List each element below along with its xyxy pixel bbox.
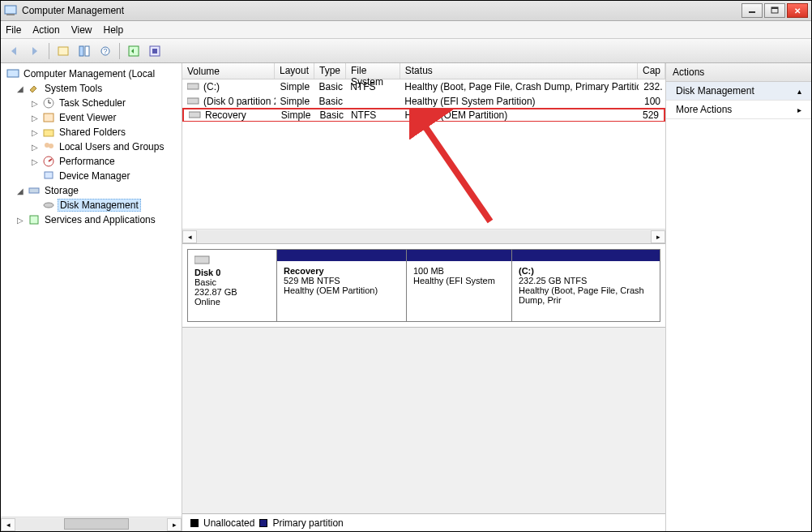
volume-row[interactable]: (Disk 0 partition 2) Simple Basic Health… [182, 94, 665, 109]
computer-icon [6, 67, 19, 80]
svg-point-20 [49, 144, 53, 148]
svg-rect-7 [85, 46, 89, 56]
col-capacity[interactable]: Cap [638, 63, 665, 79]
collapse-icon[interactable]: ◢ [15, 84, 25, 93]
toolbar-icon-2[interactable] [75, 41, 94, 61]
svg-rect-5 [58, 47, 68, 55]
tree-system-tools[interactable]: ◢ System Tools [1, 81, 182, 96]
menu-view[interactable]: View [71, 24, 92, 36]
disk-row: Disk 0 Basic 232.87 GB Online Recovery 5… [187, 249, 660, 322]
svg-rect-24 [29, 188, 39, 193]
partition-efi[interactable]: 100 MB Healthy (EFI System [407, 250, 512, 321]
disk-icon [42, 199, 55, 212]
toolbar: ? [1, 39, 811, 63]
expand-icon[interactable]: ▷ [30, 157, 40, 166]
tools-icon [28, 82, 41, 95]
forward-button[interactable] [25, 41, 45, 61]
toolbar-icon-5[interactable] [145, 41, 165, 61]
volume-row-highlighted[interactable]: Recovery Simple Basic NTFS Healthy (OEM … [182, 108, 665, 122]
back-button[interactable] [4, 41, 24, 61]
legend-primary-swatch [259, 519, 267, 527]
close-button[interactable]: ✕ [787, 3, 808, 18]
volume-row[interactable]: (C:) Simple Basic NTFS Healthy (Boot, Pa… [182, 79, 665, 94]
col-status[interactable]: Status [400, 63, 638, 79]
volume-list: Volume Layout Type File System Status Ca… [182, 63, 665, 122]
svg-rect-13 [7, 70, 19, 77]
svg-rect-18 [44, 130, 53, 136]
disk-icon [194, 255, 211, 266]
svg-rect-27 [187, 84, 199, 89]
volume-icon [187, 97, 200, 105]
svg-rect-6 [79, 46, 83, 56]
legend-unallocated-swatch [190, 519, 199, 527]
tree-performance[interactable]: ▷ Performance [1, 154, 182, 169]
svg-rect-17 [44, 114, 53, 122]
tree-device-manager[interactable]: ▷ Device Manager [1, 169, 182, 183]
actions-more[interactable]: More Actions ▸ [666, 101, 811, 119]
actions-pane: Actions Disk Management ▴ More Actions ▸ [665, 63, 811, 531]
partition-recovery[interactable]: Recovery 529 MB NTFS Healthy (OEM Partit… [277, 250, 407, 321]
users-icon [42, 140, 55, 153]
tree-disk-management[interactable]: ▷ Disk Management [1, 198, 182, 212]
actions-header: Actions [666, 63, 811, 82]
menu-action[interactable]: Action [32, 24, 59, 36]
tree-services[interactable]: ▷ Services and Applications [1, 212, 182, 227]
svg-rect-0 [5, 6, 16, 14]
menu-file[interactable]: File [6, 24, 21, 36]
disk-info[interactable]: Disk 0 Basic 232.87 GB Online [188, 250, 277, 321]
expand-arrow-icon: ▸ [797, 105, 801, 114]
tree-shared-folders[interactable]: ▷ Shared Folders [1, 125, 182, 139]
toolbar-icon-4[interactable] [124, 41, 143, 61]
col-layout[interactable]: Layout [275, 63, 314, 79]
toolbar-icon-3[interactable]: ? [96, 41, 115, 61]
event-icon [42, 111, 55, 124]
titlebar: Computer Management ✕ [1, 1, 811, 21]
nav-tree: Computer Management (Local ◢ System Tool… [1, 63, 182, 531]
expand-icon[interactable]: ▷ [30, 128, 40, 137]
legend-primary-label: Primary partition [272, 517, 343, 529]
tree-event-viewer[interactable]: ▷ Event Viewer [1, 110, 182, 125]
expand-icon[interactable]: ▷ [30, 99, 40, 108]
svg-rect-29 [189, 112, 200, 118]
expand-icon[interactable]: ▷ [15, 216, 25, 225]
svg-point-25 [44, 203, 53, 208]
collapse-arrow-icon: ▴ [797, 87, 801, 96]
minimize-button[interactable] [741, 3, 763, 18]
actions-disk-mgmt[interactable]: Disk Management ▴ [666, 82, 811, 101]
tree-local-users[interactable]: ▷ Local Users and Groups [1, 139, 182, 154]
tree-task-scheduler[interactable]: ▷ Task Scheduler [1, 96, 182, 110]
svg-rect-31 [194, 256, 209, 264]
services-icon [28, 213, 41, 226]
tree-storage[interactable]: ◢ Storage [1, 183, 182, 198]
svg-text:?: ? [103, 47, 107, 55]
volume-header: Volume Layout Type File System Status Ca… [182, 63, 665, 79]
col-fs[interactable]: File System [346, 63, 400, 79]
svg-rect-1 [6, 14, 15, 15]
folder-icon [42, 126, 55, 139]
svg-rect-12 [152, 49, 157, 54]
col-volume[interactable]: Volume [182, 63, 275, 79]
partition-c[interactable]: (C:) 232.25 GB NTFS Healthy (Boot, Page … [512, 250, 660, 321]
expand-icon[interactable]: ▷ [30, 114, 40, 122]
empty-area [182, 327, 665, 513]
collapse-icon[interactable]: ◢ [15, 187, 25, 195]
legend-unallocated-label: Unallocated [203, 517, 254, 529]
svg-rect-23 [45, 172, 53, 178]
col-type[interactable]: Type [314, 63, 346, 79]
tree-root[interactable]: Computer Management (Local [1, 66, 182, 81]
expand-icon[interactable]: ▷ [30, 143, 40, 152]
window-title: Computer Management [22, 5, 741, 16]
volume-icon [187, 83, 200, 91]
maximize-button[interactable] [764, 3, 785, 18]
content-pane: Volume Layout Type File System Status Ca… [182, 63, 665, 531]
menubar: File Action View Help [1, 21, 811, 39]
svg-rect-28 [187, 98, 199, 104]
device-icon [42, 169, 55, 182]
legend: Unallocated Primary partition [182, 513, 665, 531]
volume-hscrollbar[interactable]: ◂▸ [182, 229, 665, 243]
clock-icon [42, 97, 55, 109]
tree-hscrollbar[interactable]: ◂▸ [1, 517, 182, 531]
menu-help[interactable]: Help [104, 24, 124, 36]
volume-icon [189, 111, 202, 119]
toolbar-icon-1[interactable] [53, 41, 73, 61]
